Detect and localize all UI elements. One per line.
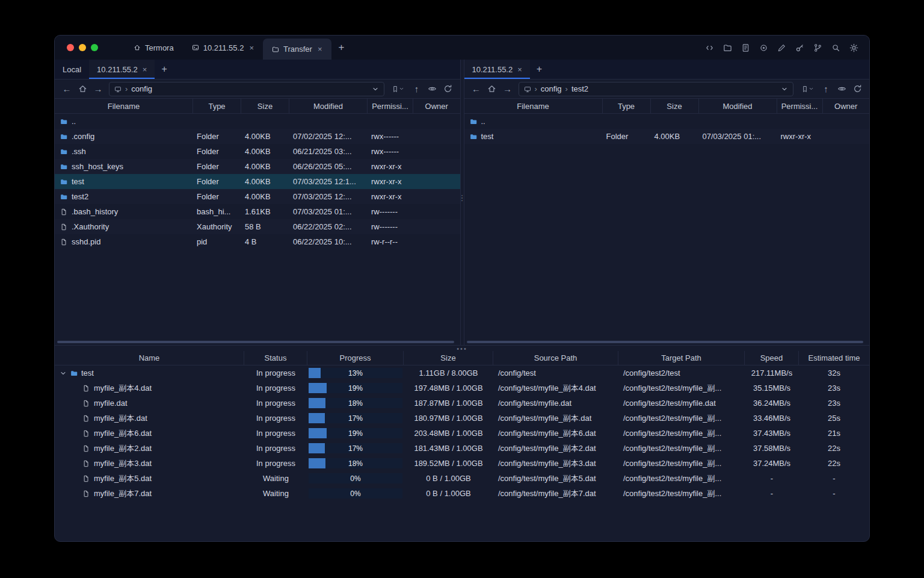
column-header-target-path[interactable]: Target Path — [618, 351, 745, 365]
filename: .config — [72, 132, 94, 141]
record-icon[interactable] — [759, 43, 768, 52]
chevron-down-icon[interactable] — [781, 85, 788, 93]
home-button[interactable] — [485, 82, 499, 96]
edit-icon[interactable] — [777, 43, 786, 52]
close-tab-icon[interactable]: × — [143, 65, 147, 74]
transfer-row[interactable]: myfile_副本4.dat In progress 19% 197.48MB … — [55, 381, 869, 396]
transfer-row[interactable]: myfile_副本5.dat Waiting 0% 0 B / 1.00GB /… — [55, 471, 869, 486]
show-hidden-button[interactable] — [834, 82, 849, 96]
close-window-button[interactable] — [67, 44, 74, 51]
column-header-size[interactable]: Size — [651, 99, 699, 113]
breadcrumb-segment[interactable]: config — [541, 84, 562, 93]
transfer-row[interactable]: myfile_副本7.dat Waiting 0% 0 B / 1.00GB /… — [55, 486, 869, 501]
transfer-row[interactable]: myfile_副本6.dat In progress 19% 203.48MB … — [55, 426, 869, 441]
branch-icon[interactable] — [813, 43, 822, 52]
file-row[interactable]: ssh_host_keys Folder4.00KB06/26/2025 05:… — [55, 159, 460, 174]
column-header-permissions[interactable]: Permissi... — [777, 99, 823, 113]
file-row[interactable]: sshd.pid pid4 B06/22/2025 10:...rw-r--r-… — [55, 234, 460, 249]
back-button[interactable]: ← — [469, 82, 484, 96]
tab-remote-host[interactable]: 10.211.55.2 × — [89, 60, 155, 79]
bookmarks-button[interactable] — [388, 82, 408, 96]
minimize-window-button[interactable] — [79, 44, 86, 51]
transfer-row[interactable]: myfile_副本3.dat In progress 18% 189.52MB … — [55, 456, 869, 471]
forward-button[interactable]: → — [91, 82, 105, 96]
column-header-status[interactable]: Status — [244, 351, 307, 365]
transfer-row[interactable]: test In progress 13% 1.11GB / 8.00GB /co… — [55, 365, 869, 381]
close-tab-icon[interactable]: × — [318, 45, 322, 54]
vertical-splitter[interactable]: ⋮ — [460, 60, 464, 345]
breadcrumb-segment[interactable]: config — [131, 84, 152, 93]
file-row[interactable]: test Folder4.00KB07/03/2025 01:...rwxr-x… — [464, 129, 870, 144]
key-icon[interactable] — [795, 43, 804, 52]
column-header-owner[interactable]: Owner — [823, 99, 870, 113]
file-row[interactable]: .. — [464, 114, 870, 129]
back-button[interactable]: ← — [60, 82, 74, 96]
source-path-cell: /config/test/myfile_副本7.dat — [493, 488, 618, 499]
new-pane-tab-button[interactable]: + — [155, 60, 173, 79]
new-tab-button[interactable]: + — [331, 36, 352, 60]
tab-remote-host[interactable]: 10.211.55.2 × — [464, 60, 530, 79]
close-tab-icon[interactable]: × — [249, 43, 254, 52]
refresh-button[interactable] — [441, 82, 455, 96]
path-field[interactable]: › config — [109, 82, 384, 96]
column-header-permissions[interactable]: Permissi... — [368, 99, 413, 113]
column-header-speed[interactable]: Speed — [745, 351, 799, 365]
refresh-button[interactable] — [850, 82, 864, 96]
show-hidden-button[interactable] — [425, 82, 440, 96]
tab-host[interactable]: 10.211.55.2 × — [183, 36, 263, 60]
zoom-window-button[interactable] — [91, 44, 98, 51]
column-header-filename[interactable]: Filename — [55, 99, 193, 113]
column-header-progress[interactable]: Progress — [307, 351, 404, 365]
tab-termora[interactable]: Termora — [125, 36, 183, 60]
column-header-name[interactable]: Name — [55, 351, 244, 365]
tab-transfer[interactable]: Transfer × — [263, 39, 331, 60]
progress-cell: 17% — [307, 413, 404, 423]
transfer-row[interactable]: myfile_副本2.dat In progress 17% 181.43MB … — [55, 441, 869, 456]
breadcrumb-segment[interactable]: test2 — [571, 84, 588, 93]
column-header-estimated-time[interactable]: Estimated time — [799, 351, 869, 365]
column-header-owner[interactable]: Owner — [413, 99, 460, 113]
column-header-modified[interactable]: Modified — [289, 99, 368, 113]
file-row-selected[interactable]: test Folder4.00KB07/03/2025 12:1...rwxr-… — [55, 174, 460, 189]
file-row[interactable]: .config Folder4.00KB07/02/2025 12:...rwx… — [55, 129, 460, 144]
column-header-size[interactable]: Size — [404, 351, 493, 365]
parent-dir-button[interactable]: ↑ — [410, 82, 424, 96]
parent-dir-button[interactable]: ↑ — [819, 82, 833, 96]
tab-label: Transfer — [283, 45, 312, 54]
bookmarks-button[interactable] — [797, 82, 818, 96]
new-pane-tab-button[interactable]: + — [530, 60, 549, 79]
file-row[interactable]: .Xauthority Xauthority58 B06/22/2025 02:… — [55, 219, 460, 234]
horizontal-splitter[interactable]: ••• — [55, 345, 869, 351]
file-row[interactable]: test2 Folder4.00KB07/03/2025 12:...rwxr-… — [55, 189, 460, 204]
transfer-row[interactable]: myfile_副本.dat In progress 17% 180.97MB /… — [55, 411, 869, 426]
home-button[interactable] — [75, 82, 90, 96]
forward-button[interactable]: → — [500, 82, 515, 96]
transfer-name: myfile.dat — [94, 399, 128, 408]
speed-cell: 37.24MB/s — [745, 459, 799, 468]
search-icon[interactable] — [831, 43, 840, 52]
column-header-filename[interactable]: Filename — [464, 99, 603, 113]
progress-label: 18% — [309, 458, 402, 468]
folder-icon[interactable] — [723, 43, 732, 52]
file-row[interactable]: .. — [55, 114, 460, 129]
close-tab-icon[interactable]: × — [517, 65, 522, 74]
column-header-type[interactable]: Type — [603, 99, 651, 113]
settings-icon[interactable] — [849, 43, 858, 52]
name-cell: myfile_副本6.dat — [55, 428, 244, 439]
file-row[interactable]: .ssh Folder4.00KB06/21/2025 03:...rwx---… — [55, 144, 460, 159]
code-icon[interactable] — [705, 43, 714, 52]
tab-local[interactable]: Local — [55, 60, 89, 79]
filename: test — [72, 177, 84, 186]
transfer-row[interactable]: myfile.dat In progress 18% 187.87MB / 1.… — [55, 396, 869, 411]
notebook-icon[interactable] — [741, 43, 750, 52]
column-header-source-path[interactable]: Source Path — [493, 351, 618, 365]
collapse-chevron-icon[interactable] — [60, 370, 67, 377]
horizontal-scrollbar[interactable] — [57, 341, 454, 343]
file-row[interactable]: .bash_history bash_hi...1.61KB07/03/2025… — [55, 204, 460, 219]
column-header-size[interactable]: Size — [241, 99, 289, 113]
column-header-type[interactable]: Type — [193, 99, 241, 113]
horizontal-scrollbar[interactable] — [467, 341, 864, 343]
column-header-modified[interactable]: Modified — [699, 99, 777, 113]
chevron-down-icon[interactable] — [372, 85, 379, 93]
path-field[interactable]: › config › test2 — [519, 82, 794, 96]
